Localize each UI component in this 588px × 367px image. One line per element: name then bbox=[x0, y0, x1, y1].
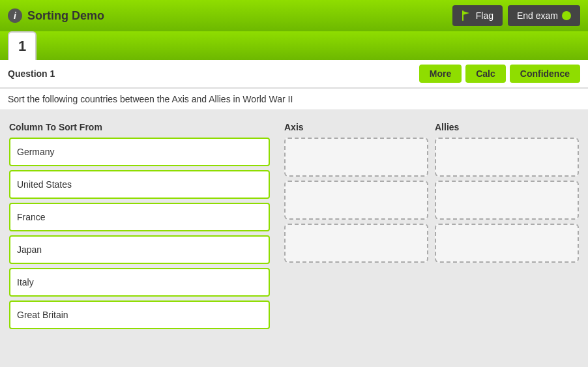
columns-wrapper: Column To Sort From Germany United State… bbox=[9, 119, 579, 333]
drop-columns: Axis Allies bbox=[284, 119, 579, 333]
sort-item-japan[interactable]: Japan bbox=[9, 235, 270, 264]
question-instruction: Sort the following countries between the… bbox=[0, 89, 588, 110]
header-bar: i Sorting Demo Flag End exam bbox=[0, 0, 588, 31]
axis-column: Axis bbox=[284, 119, 428, 333]
flag-button[interactable]: Flag bbox=[452, 5, 503, 26]
sub-header: Question 1 More Calc Confidence bbox=[0, 60, 588, 89]
more-label: More bbox=[430, 68, 451, 79]
sort-item-united-states[interactable]: United States bbox=[9, 170, 270, 199]
allies-header: Allies bbox=[435, 119, 579, 138]
sort-from-header: Column To Sort From bbox=[9, 119, 270, 138]
header-buttons: Flag End exam bbox=[452, 5, 580, 26]
axis-drop-zone-2[interactable] bbox=[284, 181, 428, 220]
instruction-text: Sort the following countries between the… bbox=[8, 94, 293, 104]
axis-header: Axis bbox=[284, 119, 428, 138]
flag-icon bbox=[462, 10, 472, 21]
allies-drop-zone-1[interactable] bbox=[435, 138, 579, 177]
confidence-button[interactable]: Confidence bbox=[510, 65, 580, 83]
sort-item-italy[interactable]: Italy bbox=[9, 268, 270, 297]
app-title-area: i Sorting Demo bbox=[8, 8, 104, 23]
allies-column: Allies bbox=[435, 119, 579, 333]
end-exam-label: End exam bbox=[517, 10, 558, 21]
app-title: Sorting Demo bbox=[27, 9, 104, 23]
flag-label: Flag bbox=[476, 10, 493, 21]
end-exam-dot-icon bbox=[562, 11, 571, 20]
content-area: Column To Sort From Germany United State… bbox=[0, 110, 588, 367]
axis-drop-zone-1[interactable] bbox=[284, 138, 428, 177]
question-tab[interactable]: 1 bbox=[8, 31, 37, 60]
calc-label: Calc bbox=[476, 68, 495, 79]
allies-drop-zone-3[interactable] bbox=[435, 224, 579, 263]
question-number: 1 bbox=[18, 38, 26, 55]
action-buttons: More Calc Confidence bbox=[419, 65, 580, 83]
info-icon: i bbox=[8, 8, 22, 23]
question-tab-area: 1 bbox=[0, 31, 588, 60]
sort-item-great-britain[interactable]: Great Britain bbox=[9, 301, 270, 329]
question-label: Question 1 bbox=[8, 68, 55, 79]
allies-drop-zone-2[interactable] bbox=[435, 181, 579, 220]
page-wrapper: i Sorting Demo Flag End exam 1 Question bbox=[0, 0, 588, 367]
sort-from-column: Column To Sort From Germany United State… bbox=[9, 119, 270, 333]
end-exam-button[interactable]: End exam bbox=[508, 5, 580, 26]
more-button[interactable]: More bbox=[419, 65, 462, 83]
calc-button[interactable]: Calc bbox=[465, 65, 506, 83]
axis-drop-zone-3[interactable] bbox=[284, 224, 428, 263]
sort-item-germany[interactable]: Germany bbox=[9, 138, 270, 166]
confidence-label: Confidence bbox=[520, 68, 570, 79]
sort-item-france[interactable]: France bbox=[9, 203, 270, 231]
